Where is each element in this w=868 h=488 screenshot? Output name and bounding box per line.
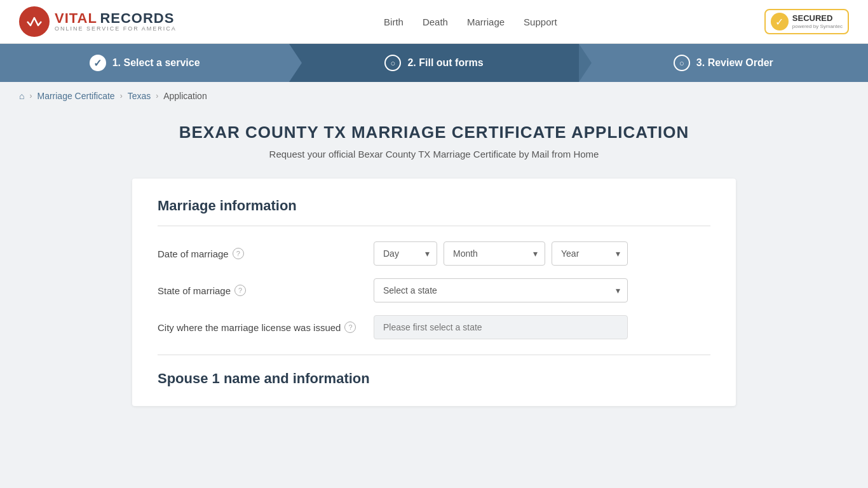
breadcrumb-sep-3: › — [156, 92, 158, 100]
logo-icon — [19, 6, 50, 37]
nav-support[interactable]: Support — [524, 17, 557, 27]
breadcrumb-texas[interactable]: Texas — [128, 91, 151, 101]
city-of-marriage-label: City where the marriage license was issu… — [158, 322, 361, 333]
step-3-circle: ○ — [674, 55, 690, 71]
step-2-label: 2. Fill out forms — [407, 57, 483, 69]
city-help-icon[interactable]: ? — [344, 322, 356, 333]
logo-records: RECORDS — [100, 10, 174, 26]
nav-birth[interactable]: Birth — [384, 17, 403, 27]
state-of-marriage-label: State of marriage ? — [158, 285, 361, 296]
city-input — [374, 315, 628, 339]
breadcrumb-home[interactable]: ⌂ — [19, 91, 24, 101]
spouse1-title: Spouse 1 name and information — [158, 370, 710, 387]
main-nav: Birth Death Marriage Support — [384, 17, 557, 27]
date-of-marriage-label: Date of marriage ? — [158, 248, 361, 259]
step-1-circle: ✓ — [90, 55, 106, 71]
state-select-wrapper: Select a state AlabamaAlaskaArizona Arka… — [374, 278, 628, 302]
spouse-divider — [158, 355, 710, 355]
step-3-label: 3. Review Order — [696, 57, 773, 69]
nav-death[interactable]: Death — [423, 17, 448, 27]
breadcrumb: ⌂ › Marriage Certificate › Texas › Appli… — [0, 82, 868, 110]
city-controls — [374, 315, 710, 339]
day-select[interactable]: Day 12345 678910 1112131415 1617181920 2… — [374, 241, 437, 266]
breadcrumb-marriage-cert[interactable]: Marriage Certificate — [37, 91, 114, 101]
page-title: BEXAR COUNTY TX MARRIAGE CERTIFICATE APP… — [19, 123, 849, 142]
section-divider — [158, 226, 710, 226]
step-2-circle: ○ — [384, 55, 401, 71]
breadcrumb-sep-2: › — [120, 92, 123, 100]
norton-badge: ✓ SECURED powered by Symantec — [764, 9, 849, 34]
date-of-marriage-row: Date of marriage ? Day 12345 678910 1112… — [158, 241, 710, 266]
year-select-wrapper: Year 202420232022 202120202019 201820172… — [552, 241, 628, 266]
form-card: Marriage information Date of marriage ? … — [132, 179, 736, 406]
section-marriage-title: Marriage information — [158, 198, 710, 214]
breadcrumb-application: Application — [163, 91, 207, 101]
logo-text: VITAL RECORDS ONLINE SERVICE FOR AMERICA — [55, 11, 177, 32]
day-select-wrapper: Day 12345 678910 1112131415 1617181920 2… — [374, 241, 437, 266]
state-controls: Select a state AlabamaAlaskaArizona Arka… — [374, 278, 710, 302]
page-subtitle: Request your official Bexar County TX Ma… — [19, 149, 849, 159]
nav-marriage[interactable]: Marriage — [467, 17, 505, 27]
month-select-wrapper: Month JanuaryFebruaryMarch AprilMayJune … — [444, 241, 545, 266]
breadcrumb-sep-1: › — [29, 92, 32, 100]
step-1-label: 1. Select a service — [112, 57, 200, 69]
state-help-icon[interactable]: ? — [234, 285, 246, 296]
date-help-icon[interactable]: ? — [233, 248, 244, 259]
city-of-marriage-row: City where the marriage license was issu… — [158, 315, 710, 339]
steps-bar: ✓ 1. Select a service ○ 2. Fill out form… — [0, 44, 868, 82]
month-select[interactable]: Month JanuaryFebruaryMarch AprilMayJune … — [444, 241, 545, 266]
step-1[interactable]: ✓ 1. Select a service — [0, 44, 289, 82]
norton-check-icon: ✓ — [771, 13, 789, 30]
norton-text: SECURED powered by Symantec — [792, 13, 843, 29]
year-select[interactable]: Year 202420232022 202120202019 201820172… — [552, 241, 628, 266]
state-select[interactable]: Select a state AlabamaAlaskaArizona Arka… — [374, 278, 628, 302]
site-header: VITAL RECORDS ONLINE SERVICE FOR AMERICA… — [0, 0, 868, 44]
step-3[interactable]: ○ 3. Review Order — [579, 44, 868, 82]
state-of-marriage-row: State of marriage ? Select a state Alaba… — [158, 278, 710, 302]
main-content: BEXAR COUNTY TX MARRIAGE CERTIFICATE APP… — [0, 110, 868, 431]
step-2[interactable]: ○ 2. Fill out forms — [289, 44, 578, 82]
date-controls: Day 12345 678910 1112131415 1617181920 2… — [374, 241, 710, 266]
logo-tagline: ONLINE SERVICE FOR AMERICA — [55, 26, 177, 32]
logo: VITAL RECORDS ONLINE SERVICE FOR AMERICA — [19, 6, 177, 37]
logo-vital: VITAL — [55, 10, 97, 26]
